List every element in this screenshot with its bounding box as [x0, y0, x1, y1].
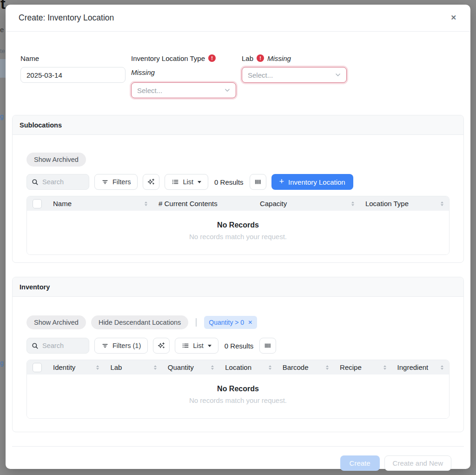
sparkles-icon: [157, 341, 165, 350]
sort-icon: [441, 201, 443, 206]
list-view-button[interactable]: List: [175, 338, 218, 354]
add-inventory-location-button[interactable]: + Inventory Location: [271, 174, 353, 190]
inventory-title: Inventory: [20, 283, 50, 291]
create-inventory-location-modal: Create: Inventory Location ✕ Name Invent…: [6, 5, 470, 469]
inventory-header: Inventory: [13, 277, 463, 297]
sublocations-section: Sublocations Show Archived: [12, 115, 464, 263]
empty-state-subtitle: No records match your request.: [27, 233, 449, 241]
filters-button[interactable]: Filters (1): [94, 338, 148, 354]
page-backdrop: { "background": { "fragments": ["t", "e"…: [0, 0, 476, 475]
sort-icon: [211, 365, 214, 370]
sort-icon: [383, 365, 386, 370]
sublocations-table-body: No Records No records match your request…: [27, 211, 449, 254]
inventory-table-body: No Records No records match your request…: [27, 375, 449, 418]
location-type-missing-text: Missing: [131, 68, 155, 76]
search-input[interactable]: [42, 178, 84, 186]
remove-filter-icon[interactable]: ✕: [248, 319, 252, 326]
sublocations-toolbar: Filters: [26, 174, 450, 190]
background-link-fragment: g: [0, 113, 4, 120]
sort-icon: [441, 365, 443, 370]
barcode-button[interactable]: [259, 338, 276, 354]
chevron-down-icon: [224, 87, 231, 94]
sort-icon: [351, 201, 354, 206]
search-field[interactable]: [26, 174, 89, 190]
list-icon: [182, 342, 189, 349]
divider: [196, 318, 197, 327]
modal-header: Create: Inventory Location ✕: [6, 5, 470, 32]
caret-down-icon: [208, 345, 212, 347]
column-header-identity[interactable]: Identity: [47, 363, 105, 371]
select-all-checkbox[interactable]: [33, 199, 42, 208]
empty-state-subtitle: No records match your request.: [27, 396, 449, 404]
show-archived-toggle[interactable]: Show Archived: [26, 315, 86, 329]
column-header-lab[interactable]: Lab: [105, 363, 162, 371]
error-icon: !: [257, 54, 264, 62]
filter-icon: [101, 342, 109, 349]
background-text-fragment: e: [0, 26, 4, 33]
select-placeholder: Select...: [137, 87, 162, 94]
sort-icon: [154, 365, 157, 370]
background-text-fragment: t: [0, 0, 6, 13]
column-header-name[interactable]: Name: [47, 200, 153, 207]
sublocations-content: Show Archived Filters: [13, 135, 463, 262]
search-field[interactable]: [26, 338, 89, 354]
inventory-table-header: Identity Lab Quantity Location: [27, 360, 449, 375]
empty-state-title: No Records: [27, 221, 449, 229]
location-type-label: Inventory Location Type: [131, 54, 205, 62]
plus-icon: +: [279, 177, 284, 186]
lab-select[interactable]: Select...: [242, 67, 347, 83]
name-field-group: Name: [20, 53, 126, 98]
location-type-select[interactable]: Select...: [131, 82, 236, 98]
close-icon[interactable]: ✕: [449, 13, 458, 23]
sort-icon: [145, 201, 147, 206]
column-header-location-type[interactable]: Location Type: [360, 200, 449, 207]
list-view-button[interactable]: List: [165, 174, 208, 190]
modal-title: Create: Inventory Location: [19, 13, 114, 23]
column-header-barcode[interactable]: Barcode: [277, 363, 334, 371]
inventory-table: Identity Lab Quantity Location: [26, 360, 450, 419]
column-header-recipe[interactable]: Recipe: [334, 363, 391, 371]
filters-button[interactable]: Filters: [94, 174, 138, 190]
column-header-ingredient[interactable]: Ingredient: [392, 363, 449, 371]
background-row-fragment: [0, 59, 6, 78]
show-archived-toggle[interactable]: Show Archived: [26, 153, 86, 167]
lab-field-group: Lab ! Missing Select...: [242, 53, 347, 98]
lab-missing-text: Missing: [267, 54, 291, 62]
lab-label: Lab: [242, 54, 253, 62]
modal-body: Name Inventory Location Type ! Missing S…: [6, 32, 470, 475]
sublocations-table-header: Name # Current Contents Capacity Locatio…: [27, 196, 449, 211]
select-placeholder: Select...: [248, 71, 273, 79]
name-input[interactable]: [20, 67, 126, 83]
location-type-field-group: Inventory Location Type ! Missing Select…: [131, 53, 236, 98]
search-input[interactable]: [42, 342, 84, 349]
barcode-button[interactable]: [250, 174, 266, 190]
list-icon: [172, 178, 179, 186]
background-link-fragment: g: [0, 359, 4, 367]
filter-icon: [101, 178, 109, 186]
search-icon: [32, 342, 39, 349]
column-header-capacity[interactable]: Capacity: [254, 200, 360, 207]
empty-state-title: No Records: [27, 385, 449, 393]
search-icon: [32, 179, 39, 186]
quantity-filter-chip[interactable]: Quantity > 0 ✕: [204, 316, 257, 329]
hide-descendant-locations-toggle[interactable]: Hide Descendant Locations: [91, 315, 188, 329]
sparkles-button[interactable]: [153, 338, 170, 354]
column-header-location[interactable]: Location: [219, 363, 277, 371]
barcode-icon: [264, 342, 272, 349]
column-header-current-contents[interactable]: # Current Contents: [153, 200, 254, 207]
results-count: 0 Results: [214, 178, 244, 186]
sublocations-header: Sublocations: [13, 115, 463, 135]
results-count: 0 Results: [225, 342, 254, 350]
column-header-quantity[interactable]: Quantity: [162, 363, 219, 371]
sparkles-button[interactable]: [143, 174, 159, 190]
create-button[interactable]: Create: [340, 455, 380, 471]
inventory-content: Show Archived Hide Descendant Locations …: [13, 297, 463, 432]
create-and-new-button[interactable]: Create and New: [384, 455, 451, 471]
sublocations-title: Sublocations: [20, 121, 62, 129]
sort-icon: [269, 365, 271, 370]
sparkles-icon: [147, 178, 155, 186]
error-icon: !: [208, 54, 216, 62]
select-all-checkbox[interactable]: [33, 363, 42, 372]
sort-icon: [96, 365, 99, 370]
chevron-down-icon: [334, 71, 342, 79]
